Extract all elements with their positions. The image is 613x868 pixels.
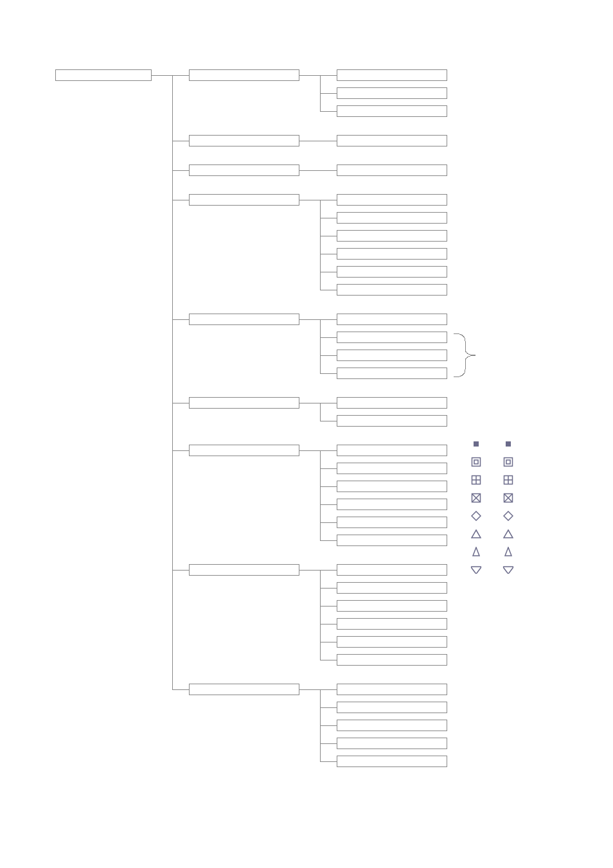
icon-row-triangle-up bbox=[460, 525, 524, 543]
triangle-down-round-icon bbox=[492, 565, 524, 574]
triangle-up-icon bbox=[492, 529, 524, 539]
leaf-box-7-3 bbox=[337, 618, 447, 630]
header-marker-icon bbox=[492, 440, 524, 448]
leaf-box-8-3 bbox=[337, 738, 447, 749]
icon-row-diamond bbox=[460, 507, 524, 525]
leaf-box-3-4 bbox=[337, 266, 447, 278]
leaf-box-0-0 bbox=[337, 69, 447, 81]
leaf-box-2-0 bbox=[337, 164, 447, 176]
leaf-box-7-5 bbox=[337, 654, 447, 666]
x-square-icon bbox=[492, 493, 524, 503]
leaf-box-6-0 bbox=[337, 445, 447, 456]
mid-box-0 bbox=[189, 69, 299, 81]
svg-rect-64 bbox=[474, 460, 478, 464]
leaf-box-1-0 bbox=[337, 135, 447, 146]
leaf-box-3-5 bbox=[337, 284, 447, 296]
icon-row-x-square bbox=[460, 489, 524, 507]
leaf-box-0-2 bbox=[337, 105, 447, 117]
icon-row-open-square bbox=[460, 453, 524, 471]
svg-marker-84 bbox=[505, 547, 511, 556]
leaf-box-3-2 bbox=[337, 230, 447, 242]
mid-box-8 bbox=[189, 684, 299, 695]
icon-row-narrow-triangle-up bbox=[460, 543, 524, 561]
mid-box-6 bbox=[189, 445, 299, 456]
leaf-box-0-1 bbox=[337, 87, 447, 99]
svg-marker-79 bbox=[472, 511, 481, 520]
leaf-box-3-3 bbox=[337, 248, 447, 260]
leaf-box-4-2 bbox=[337, 350, 447, 361]
leaf-box-4-1 bbox=[337, 332, 447, 343]
leaf-box-6-3 bbox=[337, 499, 447, 510]
leaf-box-8-1 bbox=[337, 702, 447, 713]
mid-box-5 bbox=[189, 397, 299, 409]
narrow-triangle-up-icon bbox=[460, 547, 492, 557]
svg-marker-82 bbox=[504, 530, 513, 538]
svg-rect-66 bbox=[506, 460, 510, 464]
svg-marker-80 bbox=[504, 511, 513, 520]
leaf-box-7-1 bbox=[337, 582, 447, 594]
leaf-box-6-5 bbox=[337, 535, 447, 546]
triangle-up-icon bbox=[460, 529, 492, 539]
leaf-box-3-0 bbox=[337, 194, 447, 206]
open-square-icon bbox=[460, 457, 492, 467]
leaf-box-3-1 bbox=[337, 212, 447, 224]
triangle-down-round-icon bbox=[460, 565, 492, 574]
grid-square-icon bbox=[492, 475, 524, 485]
svg-marker-81 bbox=[472, 530, 481, 538]
grid-square-icon bbox=[460, 475, 492, 485]
svg-marker-83 bbox=[473, 547, 479, 556]
leaf-box-8-2 bbox=[337, 720, 447, 731]
mid-box-2 bbox=[189, 164, 299, 176]
leaf-box-6-2 bbox=[337, 481, 447, 492]
header-marker-icon bbox=[460, 440, 492, 448]
svg-rect-61 bbox=[474, 441, 479, 447]
mid-box-7 bbox=[189, 564, 299, 576]
svg-rect-62 bbox=[506, 441, 511, 447]
x-square-icon bbox=[460, 493, 492, 503]
leaf-box-5-0 bbox=[337, 397, 447, 409]
leaf-box-8-0 bbox=[337, 684, 447, 695]
leaf-box-7-2 bbox=[337, 600, 447, 612]
icon-row-grid-square bbox=[460, 471, 524, 489]
mid-box-3 bbox=[189, 194, 299, 206]
diamond-icon bbox=[460, 511, 492, 521]
icon-header-row bbox=[460, 435, 524, 453]
leaf-box-7-4 bbox=[337, 636, 447, 648]
leaf-box-7-0 bbox=[337, 564, 447, 576]
svg-rect-65 bbox=[504, 458, 513, 466]
leaf-box-6-1 bbox=[337, 463, 447, 474]
leaf-box-5-1 bbox=[337, 415, 447, 427]
leaf-box-8-4 bbox=[337, 756, 447, 767]
open-square-icon bbox=[492, 457, 524, 467]
leaf-box-4-3 bbox=[337, 368, 447, 379]
mid-box-4 bbox=[189, 314, 299, 325]
icon-row-triangle-down-round bbox=[460, 561, 524, 579]
diamond-icon bbox=[492, 511, 524, 521]
root-box bbox=[55, 69, 152, 81]
svg-rect-63 bbox=[472, 458, 481, 466]
leaf-box-4-0 bbox=[337, 314, 447, 325]
leaf-box-6-4 bbox=[337, 517, 447, 528]
mid-box-1 bbox=[189, 135, 299, 146]
narrow-triangle-up-icon bbox=[492, 547, 524, 557]
